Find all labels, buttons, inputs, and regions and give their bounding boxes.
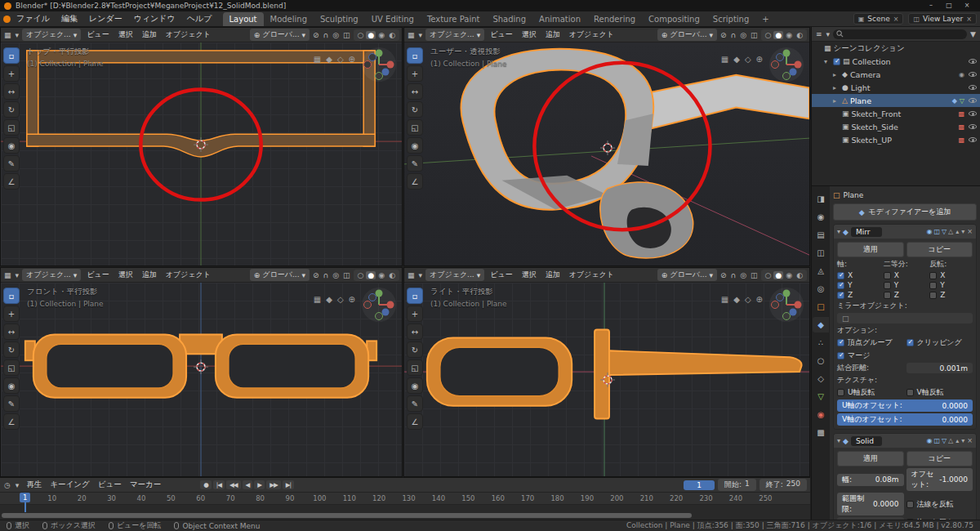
snap-magnet-icon[interactable]: ∩ (323, 271, 330, 279)
timeline-playhead[interactable]: 1 (24, 493, 26, 512)
editor-type-icon[interactable]: ▦ (3, 271, 12, 279)
timeline-tick-150[interactable]: 150 (461, 494, 474, 502)
menu-view[interactable]: ビュー (487, 270, 515, 280)
solidify-panel-header[interactable]: ▾ ◆ Solid ◉◫▽△ ▴ ▾ × (834, 434, 976, 448)
snap-magnet-icon[interactable]: ∩ (730, 271, 737, 279)
menu-add[interactable]: 追加 (139, 270, 160, 280)
timeline-tick-250[interactable]: 250 (759, 494, 772, 502)
timeline-tick-110[interactable]: 110 (343, 494, 356, 502)
viewport-user-canvas[interactable]: ユーザー・透視投影 (1) Collection | Plane ▫+↔↻◱◉✎… (404, 42, 809, 266)
flip-u-checkbox[interactable]: U軸反転 (837, 387, 904, 398)
timeline-tick-120[interactable]: 120 (372, 494, 385, 502)
move-up-icon[interactable]: ▴ (956, 437, 959, 444)
eye-icon[interactable] (969, 124, 977, 129)
timeline-menu-キーイング[interactable]: キーイング (47, 480, 92, 490)
timeline-tick-240[interactable]: 240 (729, 494, 742, 502)
properties-tab-object[interactable]: □ (813, 299, 829, 315)
snap-magnet-icon[interactable]: ∩ (730, 31, 737, 39)
camera-view-icon[interactable]: ◆ (733, 55, 740, 64)
timeline-tick-30[interactable]: 30 (107, 494, 116, 502)
outliner-item-Sketch_Side[interactable]: ▣Sketch_Side▩ (812, 120, 980, 133)
grid-toggle-icon[interactable]: ▦ (314, 55, 321, 64)
shading-rendered-icon[interactable]: ◐ (795, 31, 804, 39)
mirror-bisect-X-checkbox[interactable]: X (884, 271, 927, 279)
modifier-name-field[interactable]: Mirr (851, 227, 882, 237)
copy-button[interactable]: コピー (906, 451, 973, 466)
menu-レンダー[interactable]: レンダー (83, 11, 128, 26)
record-button[interactable]: ● (200, 480, 212, 489)
view-layer-unlink-icon[interactable]: × (966, 16, 972, 23)
timeline-scrollbar[interactable] (2, 513, 692, 518)
outliner-item-Collection[interactable]: ▾▤Collection (812, 55, 980, 68)
tool-rotate[interactable]: ↻ (3, 101, 20, 118)
timeline-tick-10[interactable]: 10 (47, 494, 56, 502)
tool-transform[interactable]: ◉ (3, 137, 20, 154)
outliner-item-Plane[interactable]: ▸△Plane◆▽ (812, 94, 980, 107)
tool-move[interactable]: ↔ (407, 324, 423, 340)
tool-annotate[interactable]: ✎ (3, 395, 20, 412)
viewport-front-canvas[interactable]: フロント・平行投影 (1) Collection | Plane ▫+↔↻◱◉✎… (1, 283, 402, 476)
pivot-point-icon[interactable]: ⊘ (312, 31, 320, 39)
nav-gizmo[interactable] (768, 47, 804, 83)
grid-toggle-icon[interactable]: ▦ (721, 295, 728, 304)
workspace-tab-+[interactable]: + (755, 12, 775, 26)
overlays-icon[interactable]: ◫ (750, 271, 759, 279)
menu-ヘルプ[interactable]: ヘルプ (181, 11, 218, 26)
toggle-render-icon[interactable]: ◉ (926, 437, 932, 444)
properties-tab-constraints[interactable]: ◇ (813, 371, 829, 386)
menu-object[interactable]: オブジェクト (163, 270, 214, 280)
timeline-menu-ビュー[interactable]: ビュー (95, 480, 125, 490)
jump-end-button[interactable]: ▶| (283, 480, 294, 489)
mirror-axis-Y-checkbox[interactable]: Y (837, 281, 880, 289)
play-button[interactable]: ▶ (254, 480, 265, 489)
tool-select-box[interactable]: ▫ (407, 288, 423, 304)
outliner-editor-icon[interactable]: ≡ (815, 30, 823, 38)
tool-scale[interactable]: ◱ (3, 359, 20, 376)
offset-v-slider[interactable]: V軸のオフセット: 0.0000 (837, 413, 973, 426)
editor-type-caret-icon[interactable]: ▾ (826, 30, 831, 38)
close-icon[interactable]: × (967, 228, 973, 235)
tool-measure[interactable]: ∠ (3, 413, 20, 430)
orientation-dropdown[interactable]: ⊕グローバ...▾ (250, 269, 310, 281)
menu-add[interactable]: 追加 (542, 29, 564, 40)
menu-add[interactable]: 追加 (542, 270, 564, 280)
shading-material-icon[interactable]: ◉ (376, 271, 386, 279)
mirror-panel-header[interactable]: ▾ ◆ Mirr ◉◫▽△ ▴ ▾ × (834, 225, 976, 239)
outliner-item-Sketch_Front[interactable]: ▣Sketch_Front▩ (812, 107, 980, 120)
tool-move[interactable]: ↔ (407, 83, 423, 100)
proportional-edit-icon[interactable]: ◎ (332, 271, 340, 279)
menu-object[interactable]: オブジェクト (163, 29, 214, 40)
expand-icon[interactable]: ▸ (833, 97, 840, 105)
timeline-tick-40[interactable]: 40 (137, 494, 146, 502)
thickness-slider[interactable]: 幅:0.08m (837, 474, 904, 486)
flip-v-checkbox[interactable]: V軸反転 (906, 387, 973, 398)
mode-dropdown[interactable]: オブジェク...▾ (425, 29, 484, 41)
timeline-tick-100[interactable]: 100 (313, 494, 326, 502)
tool-cursor[interactable]: + (407, 65, 423, 82)
eye-icon[interactable] (969, 98, 977, 103)
offset-u-slider[interactable]: U軸のオフセット: 0.0000 (837, 399, 973, 412)
orientation-dropdown[interactable]: ⊕グローバ...▾ (250, 29, 310, 41)
shading-rendered-icon[interactable]: ◐ (795, 271, 804, 279)
shading-solid-icon[interactable]: ● (773, 271, 783, 279)
workspace-tab-Animation[interactable]: Animation (532, 12, 587, 26)
modifier-name-field[interactable]: Solid (851, 436, 882, 446)
mode-dropdown[interactable]: オブジェク...▾ (425, 269, 484, 281)
timeline-tick-130[interactable]: 130 (402, 494, 415, 502)
flip-normals-checkbox[interactable]: 法線を反転 (906, 499, 973, 510)
pan-view-icon[interactable]: ◇ (745, 295, 751, 304)
timeline-tick-90[interactable]: 90 (286, 494, 295, 502)
orientation-dropdown[interactable]: ⊕グローバ...▾ (657, 29, 717, 41)
timeline-tick-140[interactable]: 140 (432, 494, 445, 502)
current-frame-field[interactable]: 1 (684, 480, 715, 490)
shading-wireframe-icon[interactable]: ○ (764, 31, 773, 39)
grid-toggle-icon[interactable]: ▦ (314, 295, 321, 304)
close-button[interactable]: × (958, 0, 976, 11)
minimize-button[interactable]: – (922, 0, 940, 11)
toggle-cage-icon[interactable]: △ (948, 437, 953, 444)
editor-type-icon[interactable]: ▦ (407, 271, 416, 279)
outliner-item-Sketch_UP[interactable]: ▣Sketch_UP▩ (812, 133, 980, 146)
timeline-tick-200[interactable]: 200 (610, 494, 623, 502)
menu-ファイル[interactable]: ファイル (11, 11, 56, 26)
timeline-menu-マーカー[interactable]: マーカー (127, 480, 164, 490)
